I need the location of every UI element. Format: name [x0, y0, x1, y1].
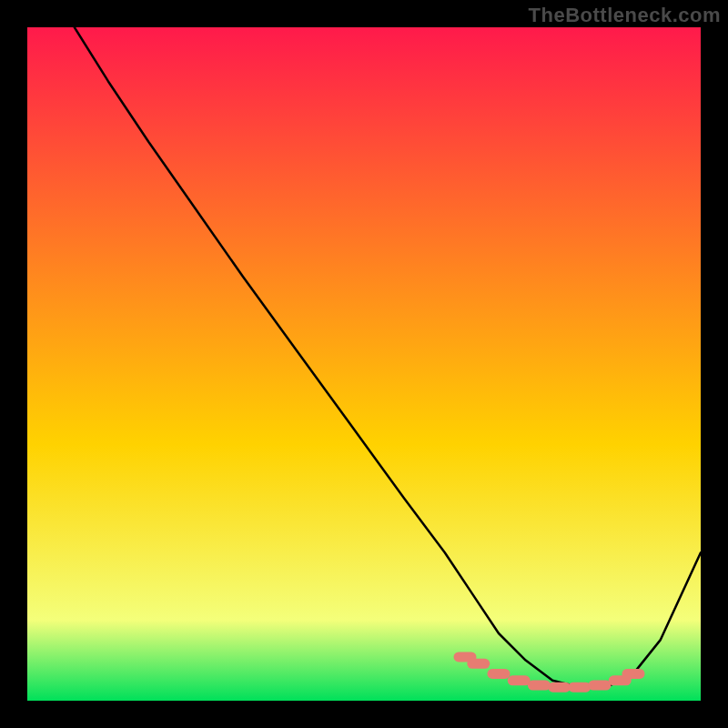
- gradient-background: [27, 27, 701, 701]
- watermark-label: TheBottleneck.com: [529, 4, 721, 27]
- bottleneck-chart: [27, 27, 701, 701]
- chart-frame: TheBottleneck.com: [0, 0, 728, 728]
